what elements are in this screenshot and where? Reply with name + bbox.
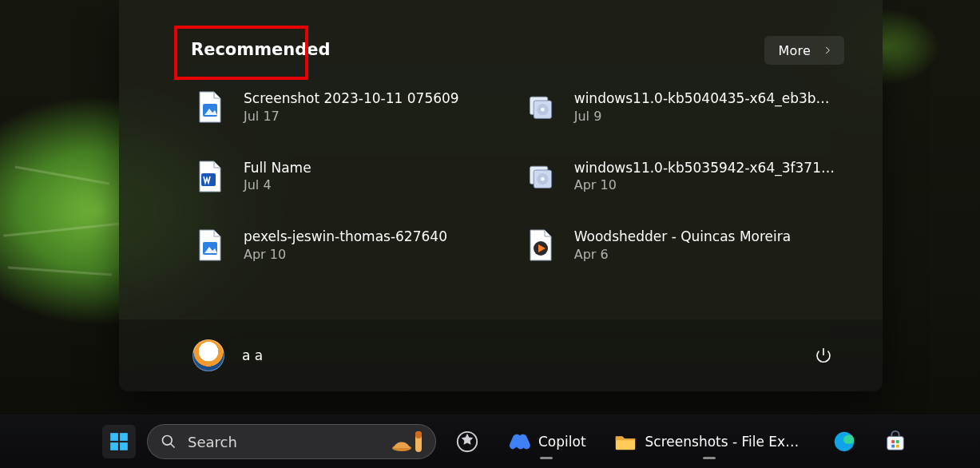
recommended-item[interactable]: windows11.0-kb5040435-x64_eb3b… Jul 9: [522, 88, 838, 127]
svg-rect-27: [891, 440, 895, 443]
recommended-item[interactable]: Woodshedder - Quincas Moreira Apr 6: [522, 226, 838, 265]
widgets-icon: [455, 430, 479, 454]
svg-point-5: [541, 108, 545, 112]
svg-rect-28: [896, 440, 899, 443]
start-button[interactable]: [102, 425, 136, 458]
svg-rect-30: [896, 445, 899, 448]
recommended-item[interactable]: windows11.0-kb5035942-x64_3f371… Apr 10: [522, 157, 838, 196]
start-menu-footer: a a: [119, 319, 883, 391]
search-icon: [161, 434, 177, 450]
svg-rect-17: [110, 442, 118, 450]
recommended-item[interactable]: pexels-jeswin-thomas-627640 Apr 10: [191, 226, 498, 265]
svg-line-20: [171, 444, 175, 448]
video-file-icon: [525, 229, 557, 261]
taskbar-store[interactable]: [875, 422, 915, 461]
search-highlight-art: [391, 430, 424, 454]
edge-icon: [832, 430, 856, 454]
recommended-item-name: windows11.0-kb5035942-x64_3f371…: [574, 159, 835, 177]
taskbar-item-label: Screenshots - File Explo: [645, 434, 805, 450]
power-button[interactable]: [807, 339, 839, 371]
taskbar-edge[interactable]: [824, 422, 864, 461]
recommended-item-name: windows11.0-kb5040435-x64_eb3b…: [574, 89, 830, 108]
recommended-item-name: pexels-jeswin-thomas-627640: [244, 228, 447, 246]
word-file-icon: [194, 161, 226, 192]
more-button-label: More: [779, 43, 811, 58]
user-account-name[interactable]: a a: [242, 347, 263, 363]
taskbar-item-label: Copilot: [538, 434, 586, 450]
svg-rect-23: [415, 431, 422, 438]
image-file-icon: [194, 91, 226, 123]
folder-icon: [613, 430, 637, 454]
msu-file-icon: [525, 161, 557, 192]
recommended-item-date: Apr 6: [574, 246, 791, 264]
recommended-item[interactable]: Full Name Jul 4: [191, 157, 498, 196]
svg-rect-18: [120, 442, 128, 450]
svg-rect-29: [891, 445, 895, 448]
windows-logo-icon: [109, 431, 129, 452]
taskbar-search[interactable]: Search: [147, 424, 436, 459]
user-avatar[interactable]: [192, 339, 224, 371]
recommended-item-name: Full Name: [244, 159, 311, 177]
recommended-item-name: Woodshedder - Quincas Moreira: [574, 228, 791, 246]
svg-rect-26: [887, 436, 903, 450]
image-file-icon: [194, 229, 226, 261]
microsoft-store-icon: [883, 430, 907, 454]
taskbar-file-explorer[interactable]: Screenshots - File Explo: [605, 422, 813, 461]
svg-rect-16: [120, 433, 128, 441]
recommended-heading: Recommended: [191, 40, 331, 59]
recommended-item[interactable]: Screenshot 2023-10-11 075609 Jul 17: [191, 88, 498, 127]
msu-file-icon: [525, 91, 557, 123]
taskbar-copilot[interactable]: Copilot: [498, 422, 594, 461]
chevron-right-icon: [822, 45, 833, 56]
recommended-item-date: Jul 9: [574, 108, 830, 125]
svg-rect-15: [110, 433, 118, 441]
power-icon: [814, 346, 833, 365]
taskbar-widgets[interactable]: [447, 422, 487, 461]
recommended-grid: Screenshot 2023-10-11 075609 Jul 17 wind…: [191, 88, 838, 265]
taskbar-search-placeholder: Search: [188, 434, 237, 450]
start-menu-panel: Recommended More Screenshot 2023-10-11 0…: [119, 0, 883, 391]
svg-point-19: [163, 436, 173, 446]
taskbar: Search Copilot Screenshots - File Ex: [0, 414, 980, 468]
recommended-item-date: Jul 17: [244, 108, 459, 125]
recommended-item-date: Apr 10: [244, 246, 447, 264]
svg-point-10: [541, 177, 545, 181]
copilot-icon: [506, 430, 530, 454]
recommended-item-date: Apr 10: [574, 176, 835, 194]
recommended-item-name: Screenshot 2023-10-11 075609: [244, 89, 459, 108]
recommended-item-date: Jul 4: [244, 176, 311, 194]
recommended-more-button[interactable]: More: [764, 36, 844, 65]
